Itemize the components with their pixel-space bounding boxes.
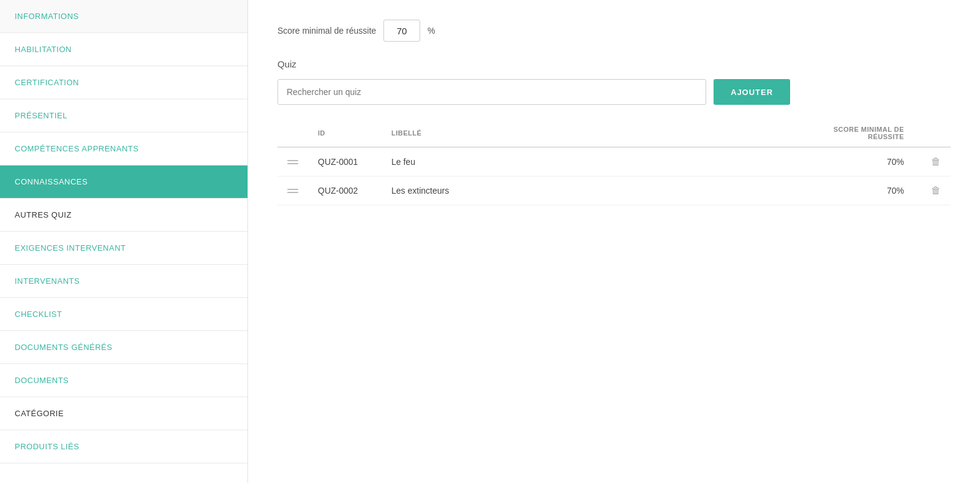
- quiz-table: ID LIBELLÉ SCORE MINIMAL DE RÉUSSITE QUZ…: [277, 120, 951, 205]
- cell-score: 70%: [791, 147, 914, 177]
- cell-id: QUZ-0002: [308, 177, 382, 205]
- score-row: Score minimal de réussite %: [277, 20, 951, 42]
- cell-libelle: Les extincteurs: [382, 177, 791, 205]
- score-input[interactable]: [383, 20, 420, 42]
- main-content: Score minimal de réussite % Quiz AJOUTER…: [248, 0, 980, 483]
- cell-action: 🗑: [914, 177, 951, 205]
- sidebar-item-competences-apprenants[interactable]: COMPÉTENCES APPRENANTS: [0, 132, 247, 165]
- sidebar-item-categorie[interactable]: CATÉGORIE: [0, 397, 247, 430]
- delete-button[interactable]: 🗑: [924, 156, 941, 167]
- sidebar-item-connaissances[interactable]: CONNAISSANCES: [0, 165, 247, 199]
- quiz-section-label: Quiz: [277, 59, 951, 69]
- drag-icon[interactable]: [287, 189, 298, 193]
- sidebar-item-informations[interactable]: INFORMATIONS: [0, 0, 247, 33]
- sidebar: INFORMATIONSHABILITATIONCERTIFICATIONPRÉ…: [0, 0, 248, 483]
- drag-icon[interactable]: [287, 160, 298, 164]
- sidebar-item-habilitation[interactable]: HABILITATION: [0, 33, 247, 66]
- col-header-drag: [277, 120, 308, 147]
- sidebar-item-certification[interactable]: CERTIFICATION: [0, 66, 247, 99]
- sidebar-item-documents-generes[interactable]: DOCUMENTS GÉNÉRÉS: [0, 331, 247, 364]
- score-unit: %: [428, 26, 435, 36]
- sidebar-item-checklist[interactable]: CHECKLIST: [0, 298, 247, 331]
- table-row: QUZ-0002Les extincteurs70%🗑: [277, 177, 951, 205]
- sidebar-item-produits-lies[interactable]: PRODUITS LIÉS: [0, 430, 247, 463]
- cell-action: 🗑: [914, 147, 951, 177]
- add-button[interactable]: AJOUTER: [714, 79, 790, 105]
- cell-score: 70%: [791, 177, 914, 205]
- table-row: QUZ-0001Le feu70%🗑: [277, 147, 951, 177]
- table-header-row: ID LIBELLÉ SCORE MINIMAL DE RÉUSSITE: [277, 120, 951, 147]
- cell-id: QUZ-0001: [308, 147, 382, 177]
- drag-handle[interactable]: [277, 177, 308, 205]
- sidebar-item-presentiel[interactable]: PRÉSENTIEL: [0, 99, 247, 132]
- col-header-libelle: LIBELLÉ: [382, 120, 791, 147]
- sidebar-item-autres-quiz[interactable]: AUTRES QUIZ: [0, 199, 247, 232]
- score-label: Score minimal de réussite: [277, 26, 376, 36]
- col-header-id: ID: [308, 120, 382, 147]
- col-header-action: [914, 120, 951, 147]
- delete-button[interactable]: 🗑: [924, 185, 941, 196]
- search-input[interactable]: [277, 79, 706, 105]
- search-add-row: AJOUTER: [277, 79, 951, 105]
- sidebar-item-intervenants[interactable]: INTERVENANTS: [0, 265, 247, 298]
- sidebar-item-documents[interactable]: DOCUMENTS: [0, 364, 247, 397]
- sidebar-item-exigences-intervenant[interactable]: EXIGENCES INTERVENANT: [0, 232, 247, 265]
- drag-handle[interactable]: [277, 147, 308, 177]
- col-header-score: SCORE MINIMAL DE RÉUSSITE: [791, 120, 914, 147]
- cell-libelle: Le feu: [382, 147, 791, 177]
